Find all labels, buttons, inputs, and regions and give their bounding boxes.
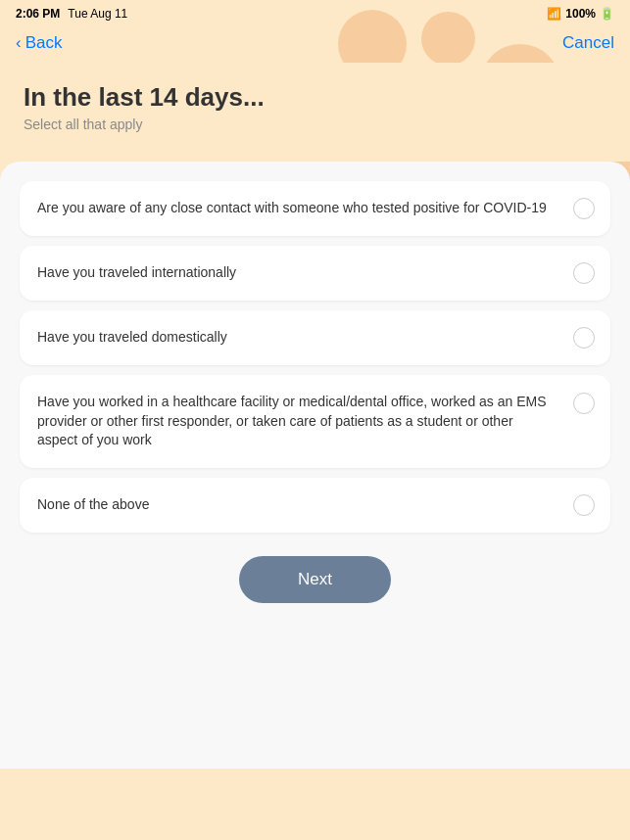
option-none-above[interactable]: None of the above bbox=[20, 478, 610, 533]
option-traveled-domestically[interactable]: Have you traveled domestically bbox=[20, 310, 610, 365]
page-title: In the last 14 days... bbox=[24, 82, 606, 113]
nav-bar: ‹ Back Cancel bbox=[0, 27, 630, 63]
battery-label: 100% bbox=[565, 7, 596, 21]
next-button-container: Next bbox=[20, 556, 610, 603]
option-covid-contact-text: Are you aware of any close contact with … bbox=[37, 199, 561, 218]
option-none-above-text: None of the above bbox=[37, 495, 561, 515]
wifi-icon: 📶 bbox=[547, 7, 561, 21]
option-healthcare-worker[interactable]: Have you worked in a healthcare facility… bbox=[20, 375, 610, 468]
back-button[interactable]: ‹ Back bbox=[16, 33, 62, 53]
status-time: 2:06 PM bbox=[16, 7, 60, 21]
radio-healthcare-worker[interactable] bbox=[573, 393, 595, 414]
page-subtitle: Select all that apply bbox=[24, 117, 606, 132]
option-covid-contact[interactable]: Are you aware of any close contact with … bbox=[20, 181, 610, 236]
cancel-button[interactable]: Cancel bbox=[562, 33, 614, 53]
back-label: Back bbox=[25, 33, 63, 53]
status-date: Tue Aug 11 bbox=[68, 7, 127, 21]
back-chevron-icon: ‹ bbox=[16, 33, 22, 53]
next-button[interactable]: Next bbox=[239, 556, 391, 603]
option-healthcare-worker-text: Have you worked in a healthcare facility… bbox=[37, 393, 561, 450]
option-traveled-internationally-text: Have you traveled internationally bbox=[37, 263, 561, 283]
option-traveled-domestically-text: Have you traveled domestically bbox=[37, 328, 561, 348]
radio-none-above[interactable] bbox=[573, 494, 595, 516]
radio-traveled-internationally[interactable] bbox=[573, 262, 595, 284]
radio-covid-contact[interactable] bbox=[573, 198, 595, 219]
status-bar: 2:06 PM Tue Aug 11 📶 100% 🔋 bbox=[0, 0, 630, 27]
status-icons: 📶 100% 🔋 bbox=[547, 7, 614, 21]
battery-icon: 🔋 bbox=[600, 7, 614, 21]
header-area: In the last 14 days... Select all that a… bbox=[0, 63, 630, 162]
content-card: Are you aware of any close contact with … bbox=[0, 162, 630, 769]
radio-traveled-domestically[interactable] bbox=[573, 327, 595, 349]
option-traveled-internationally[interactable]: Have you traveled internationally bbox=[20, 246, 610, 301]
